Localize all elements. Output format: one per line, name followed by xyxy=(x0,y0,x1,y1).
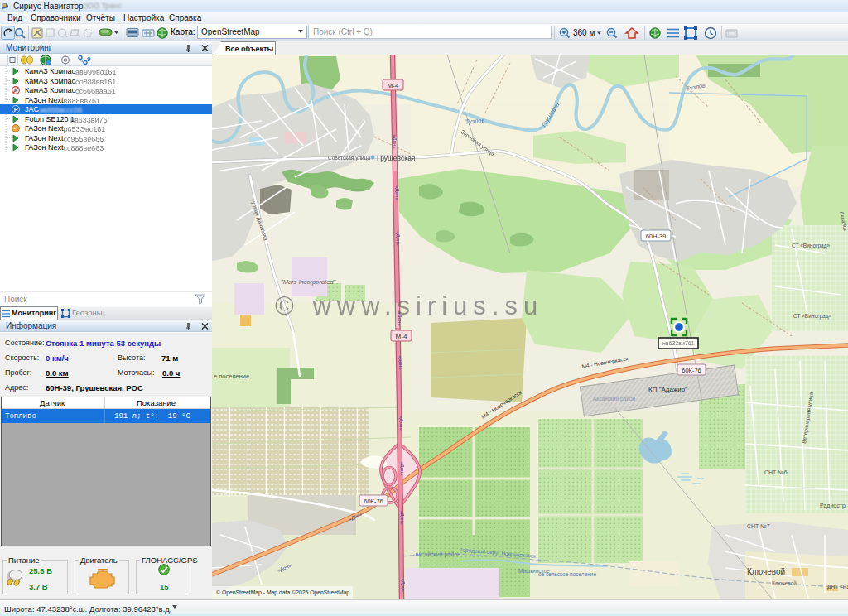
svg-text:«Дон»: «Дон» xyxy=(398,355,403,370)
svg-text:М-4: М-4 xyxy=(396,333,407,340)
svg-text:СТ «Виноград»: СТ «Виноград» xyxy=(793,313,831,320)
svg-text:СТ «Виноград»: СТ «Виноград» xyxy=(792,243,830,249)
svg-text:СНТ №6: СНТ №6 xyxy=(764,469,788,475)
svg-text:© www.sirius.su: © www.sirius.su xyxy=(275,291,543,320)
svg-text:«Дон»: «Дон» xyxy=(400,510,405,525)
svg-text:Грушевская: Грушевская xyxy=(377,154,416,162)
svg-text:ДНТ «Нав: ДНТ «Нав xyxy=(827,584,848,590)
svg-text:ое сельское поселение: ое сельское поселение xyxy=(538,571,596,577)
svg-text:9: 9 xyxy=(87,55,91,63)
svg-text:Аксайский район: Аксайский район xyxy=(415,551,460,558)
svg-text:«Дон»: «Дон» xyxy=(396,231,401,246)
svg-text:60Н-39: 60Н-39 xyxy=(646,233,667,240)
svg-text:нв633ви761: нв633ви761 xyxy=(662,340,695,346)
svg-text:«Дон»: «Дон» xyxy=(395,185,400,200)
svg-text:P: P xyxy=(14,106,18,113)
svg-text:360 м: 360 м xyxy=(573,28,595,37)
svg-text:КП "Адажио": КП "Адажио" xyxy=(648,386,687,393)
svg-text:Ключевой: Ключевой xyxy=(772,580,797,586)
svg-text:Радиостр: Радиостр xyxy=(820,503,846,509)
svg-text:е поселение: е поселение xyxy=(214,373,249,380)
svg-text:"Mars Incorporated": "Mars Incorporated" xyxy=(281,278,336,286)
svg-text:«Дон»: «Дон» xyxy=(401,578,406,593)
svg-text:СНТ №7: СНТ №7 xyxy=(747,523,770,529)
svg-text:«Дон»: «Дон» xyxy=(400,461,405,476)
svg-text:Аксайский район: Аксайский район xyxy=(593,396,635,402)
svg-text:«Дон»: «Дон» xyxy=(393,134,398,149)
svg-text:М-4: М-4 xyxy=(388,82,399,89)
svg-text:Советская улица: Советская улица xyxy=(328,155,370,161)
svg-text:60К-76: 60К-76 xyxy=(364,498,383,505)
svg-text:© OpenStreetMap - Map data ©20: © OpenStreetMap - Map data ©2025 OpenStr… xyxy=(216,590,349,596)
svg-text:60К-76: 60К-76 xyxy=(682,367,701,374)
svg-text:Ключевой: Ключевой xyxy=(747,567,785,576)
svg-text:«Дон»: «Дон» xyxy=(399,416,404,431)
